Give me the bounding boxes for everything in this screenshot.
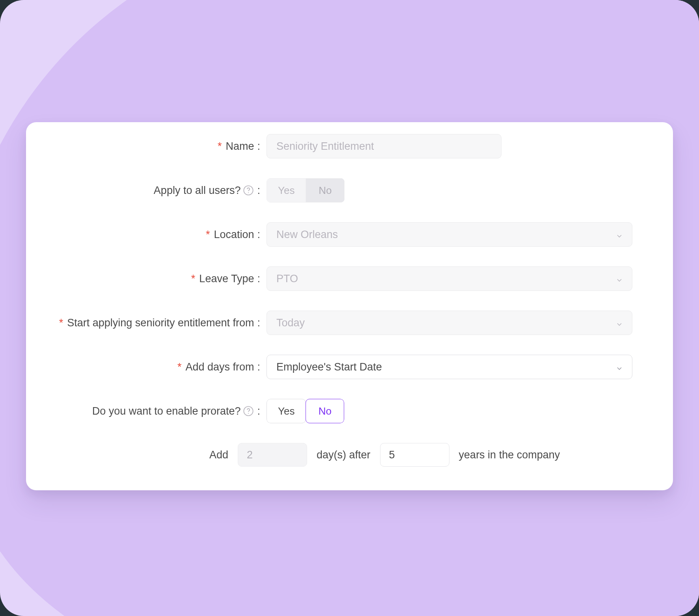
chevron-down-icon: [615, 275, 623, 283]
location-select[interactable]: New Orleans: [267, 222, 632, 247]
row-location: * Location : New Orleans: [54, 222, 645, 247]
apply-all-yes[interactable]: Yes: [267, 178, 306, 203]
label-text: Apply to all users?: [154, 184, 241, 197]
label-name: * Name :: [54, 140, 267, 153]
row-start-from: * Start applying seniority entitlement f…: [54, 311, 645, 335]
row-sentence: Add 2 day(s) after 5 years in the compan…: [54, 443, 645, 467]
location-value: New Orleans: [276, 229, 338, 241]
prorate-toggle: Yes No: [267, 399, 344, 423]
row-leave-type: * Leave Type : PTO: [54, 266, 645, 291]
label-start-from: * Start applying seniority entitlement f…: [30, 317, 267, 329]
row-prorate: Do you want to enable prorate? : Yes: [54, 399, 645, 423]
required-marker: *: [59, 317, 63, 329]
years-value: 5: [389, 449, 395, 461]
chevron-down-icon: [615, 319, 623, 327]
chevron-down-icon: [615, 231, 623, 238]
label-leave-type: * Leave Type :: [54, 273, 267, 285]
label-text: Add days from: [185, 361, 254, 373]
label-prorate: Do you want to enable prorate? :: [54, 405, 267, 417]
name-input[interactable]: Seniority Entitlement: [267, 134, 501, 158]
start-from-value: Today: [276, 317, 305, 329]
apply-all-toggle: Yes No: [267, 178, 345, 203]
name-input-value: Seniority Entitlement: [276, 140, 374, 153]
add-days-from-value: Employee's Start Date: [276, 361, 382, 373]
row-name: * Name : Seniority Entitlement: [54, 134, 645, 158]
chevron-down-icon: [615, 363, 623, 371]
label-text: Leave Type: [199, 273, 254, 285]
days-value: 2: [247, 449, 253, 461]
help-icon[interactable]: [243, 406, 254, 417]
required-marker: *: [177, 361, 182, 373]
page-background: * Name : Seniority Entitlement Apply to …: [0, 0, 699, 616]
row-apply-all: Apply to all users? : Yes: [54, 178, 645, 203]
required-marker: *: [191, 273, 196, 285]
svg-point-3: [248, 413, 249, 414]
label-text: Do you want to enable prorate?: [92, 405, 241, 417]
leave-type-value: PTO: [276, 273, 298, 285]
required-marker: *: [206, 229, 210, 241]
row-add-days-from: * Add days from : Employee's Start Date: [54, 355, 645, 379]
label-location: * Location :: [54, 229, 267, 241]
svg-point-1: [248, 192, 249, 193]
prorate-no[interactable]: No: [306, 399, 344, 423]
leave-type-select[interactable]: PTO: [267, 266, 632, 291]
apply-all-no[interactable]: No: [306, 178, 345, 203]
sentence-days-after: day(s) after: [317, 449, 371, 461]
days-input[interactable]: 2: [238, 443, 307, 467]
label-add-days-from: * Add days from :: [54, 361, 267, 373]
label-apply-all: Apply to all users? :: [54, 184, 267, 197]
add-days-from-select[interactable]: Employee's Start Date: [267, 355, 632, 379]
label-text: Start applying seniority entitlement fro…: [67, 317, 254, 329]
help-icon[interactable]: [243, 185, 254, 196]
seniority-entitlement-form: * Name : Seniority Entitlement Apply to …: [26, 122, 673, 490]
label-text: Name: [226, 140, 254, 153]
prorate-yes[interactable]: Yes: [267, 399, 306, 423]
start-from-select[interactable]: Today: [267, 311, 632, 335]
sentence-years-tail: years in the company: [459, 449, 560, 461]
years-input[interactable]: 5: [380, 443, 449, 467]
required-marker: *: [218, 140, 222, 153]
sentence-add: Add: [209, 449, 228, 461]
label-text: Location: [214, 229, 254, 241]
